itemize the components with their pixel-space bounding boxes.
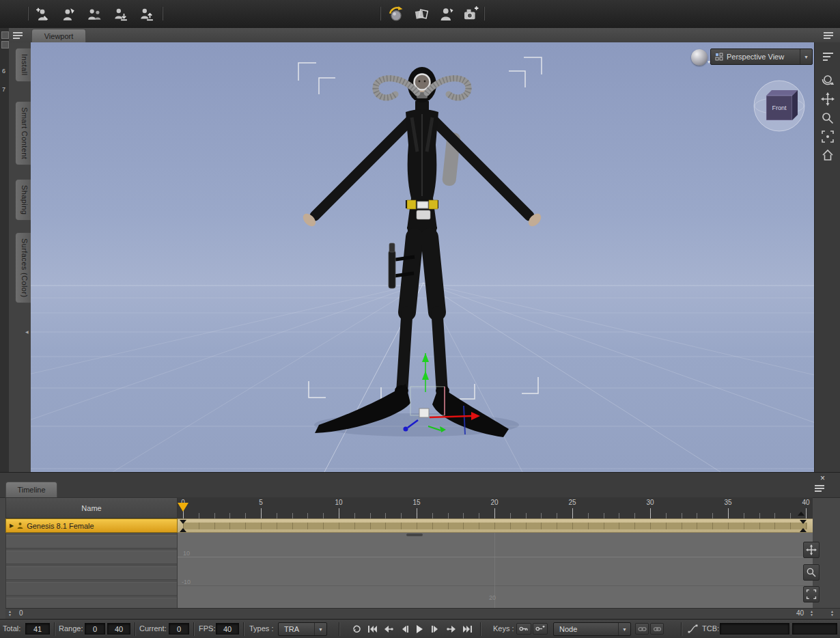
previous-key-icon[interactable] — [381, 623, 395, 635]
view-selector-dropdown[interactable]: Perspective View ▼ — [710, 48, 813, 65]
graph-frame-label: 20 — [489, 594, 496, 601]
loop-icon[interactable] — [350, 623, 364, 635]
sidebar-tab-surfaces[interactable]: Surfaces (Color) — [15, 232, 31, 303]
display-options-icon[interactable] — [820, 51, 835, 63]
docked-pane-icon[interactable] — [1, 31, 9, 39]
camera-icon[interactable] — [460, 4, 481, 25]
character-icon[interactable] — [436, 4, 457, 25]
property-row[interactable] — [6, 535, 177, 549]
curve-graph-area[interactable]: 10 -10 20 — [178, 533, 813, 608]
next-frame-icon[interactable] — [428, 623, 443, 635]
sidebar-tab-install-label: Install — [20, 54, 29, 76]
range-end-marker[interactable] — [798, 512, 804, 516]
load-figure-icon[interactable] — [137, 5, 156, 24]
tab-timeline[interactable]: Timeline — [5, 482, 57, 497]
total-frames-field[interactable] — [25, 623, 50, 635]
viewport-options-menu-icon[interactable] — [822, 31, 835, 40]
aux-field[interactable] — [792, 623, 837, 635]
link-key-button[interactable] — [650, 623, 664, 635]
tab-timeline-label: Timeline — [17, 486, 45, 494]
tcb-label: TCB: — [702, 624, 719, 633]
duplicate-figures-icon[interactable] — [85, 5, 104, 24]
docked-pane-icon[interactable] — [1, 41, 9, 48]
sidebar-tab-shaping[interactable]: Shaping — [15, 179, 31, 221]
previous-frame-icon[interactable] — [397, 623, 411, 635]
range-end-field[interactable] — [107, 623, 130, 635]
range-start-field[interactable] — [85, 623, 105, 635]
scene-3d[interactable] — [31, 42, 814, 472]
frame-timeline-icon[interactable] — [803, 586, 820, 602]
tcb-field[interactable] — [720, 623, 789, 635]
graph-scroll-handle[interactable] — [406, 533, 423, 536]
add-figure-icon[interactable] — [33, 5, 52, 24]
frame-view-icon[interactable] — [820, 128, 836, 145]
pan-view-icon[interactable] — [820, 91, 836, 107]
keyframe-icon[interactable] — [800, 528, 807, 532]
expander-icon[interactable]: ▶ — [10, 523, 14, 529]
keyframe-icon[interactable] — [180, 520, 186, 524]
timeline-options-menu-icon[interactable] — [813, 484, 826, 493]
ruler-label: 40 — [802, 499, 809, 506]
close-icon[interactable]: × — [817, 473, 828, 483]
types-value: TRA — [279, 625, 299, 633]
zoom-timeline-icon[interactable] — [803, 564, 820, 581]
interpolation-curve-icon[interactable] — [686, 623, 699, 635]
tab-viewport[interactable]: Viewport — [31, 29, 86, 42]
chevron-down-icon: ▼ — [800, 49, 812, 64]
graph-gridline — [178, 557, 813, 557]
timeline-header — [0, 473, 840, 498]
pose-figure-icon[interactable] — [59, 5, 78, 24]
render-icon[interactable] — [386, 4, 406, 25]
ruler-label: 20 — [490, 499, 498, 506]
view-grid-icon — [715, 53, 723, 61]
fps-label: FPS: — [199, 624, 215, 633]
figure-node-icon — [16, 522, 24, 529]
property-row[interactable] — [6, 582, 177, 596]
navigation-cube[interactable]: Front — [751, 78, 809, 135]
keyframe-icon[interactable] — [800, 520, 807, 524]
splitter-collapse-icon[interactable]: ◀ — [25, 329, 29, 334]
pane-group-menu-icon[interactable] — [12, 31, 24, 40]
range-start-value[interactable]: 0 — [19, 609, 23, 617]
delete-key-button[interactable] — [533, 623, 548, 635]
sidebar-tab-install[interactable]: Install — [15, 48, 31, 82]
playback-status-bar: Total: Range: Current: FPS: Types : TRA … — [0, 619, 840, 638]
save-figure-icon[interactable] — [111, 5, 130, 24]
property-rows-column[interactable] — [5, 533, 178, 608]
range-start-spinner[interactable]: ▲▼ — [8, 610, 12, 617]
scale-spinner[interactable]: ▲▼ — [830, 610, 834, 617]
track-band — [183, 523, 807, 529]
go-to-start-icon[interactable] — [365, 623, 380, 635]
orbit-view-icon[interactable] — [820, 71, 836, 87]
go-to-end-icon[interactable] — [460, 623, 474, 635]
property-row[interactable] — [6, 551, 177, 564]
next-key-icon[interactable] — [444, 623, 458, 635]
rail-label-7: 7 — [2, 86, 5, 93]
node-dropdown[interactable]: Node ▼ — [553, 622, 631, 636]
range-end-spinner[interactable]: ▲▼ — [810, 610, 813, 617]
unlink-key-button[interactable] — [635, 623, 649, 635]
viewport-3d[interactable]: ▼ Perspective View ▼ Front — [31, 42, 814, 472]
view-selector-label: Perspective View — [727, 53, 784, 61]
track-name-cell[interactable]: ▶ Genesis 8.1 Female — [5, 518, 178, 533]
shaded-sphere-button[interactable] — [691, 49, 708, 66]
keyframe-track[interactable] — [178, 518, 813, 533]
keyframe-icon[interactable] — [180, 528, 186, 532]
total-label: Total: — [3, 624, 20, 633]
zoom-view-icon[interactable] — [820, 110, 836, 126]
ruler-label: 25 — [568, 499, 576, 506]
home-view-icon[interactable] — [820, 147, 836, 163]
frame-ruler[interactable]: 0 5 10 15 20 25 30 35 40 — [178, 497, 813, 519]
current-frame-field[interactable] — [169, 623, 189, 635]
types-dropdown[interactable]: TRA ▼ — [278, 622, 327, 636]
daz-studio-window: 6 7 Viewport Install Smart Content Shapi… — [0, 0, 840, 638]
play-icon[interactable] — [412, 623, 427, 635]
property-row[interactable] — [6, 566, 177, 580]
sidebar-tab-smart-content[interactable]: Smart Content — [15, 101, 31, 165]
pan-timeline-icon[interactable] — [803, 542, 820, 558]
playhead-marker[interactable] — [178, 503, 188, 512]
surfaces-icon[interactable] — [411, 4, 432, 25]
range-end-value[interactable]: 40 — [796, 609, 804, 617]
fps-field[interactable] — [216, 623, 239, 635]
create-key-button[interactable] — [516, 623, 531, 635]
